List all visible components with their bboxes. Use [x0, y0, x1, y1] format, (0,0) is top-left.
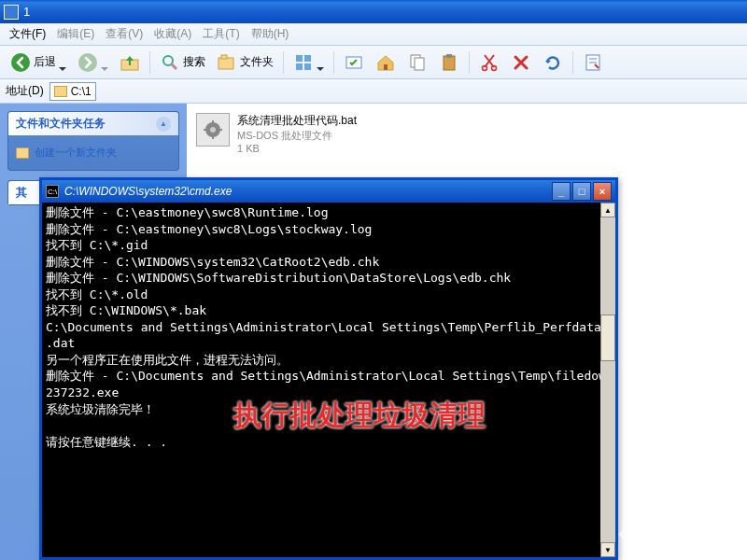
properties-button[interactable] — [578, 49, 608, 76]
file-item[interactable]: 系统清理批处理代码.bat MS-DOS 批处理文件 1 KB — [196, 113, 738, 154]
svg-point-18 — [492, 65, 497, 70]
tasks-panel-header[interactable]: 文件和文件夹任务 ▲ — [8, 112, 178, 135]
chevron-down-icon — [317, 61, 324, 64]
svg-rect-6 — [221, 55, 227, 59]
cmd-window: C:\ C:\WINDOWS\system32\cmd.exe _ □ × 删除… — [39, 177, 618, 560]
views-button[interactable] — [289, 49, 329, 76]
undo-button[interactable] — [538, 49, 568, 76]
svg-rect-14 — [415, 58, 424, 70]
gear-icon — [204, 120, 222, 139]
svg-rect-5 — [218, 58, 233, 69]
undo-icon — [543, 52, 563, 73]
menu-tools[interactable]: 工具(T) — [197, 23, 245, 45]
menu-favorites[interactable]: 收藏(A) — [148, 23, 197, 45]
copy-button[interactable] — [402, 49, 432, 76]
separator — [333, 51, 334, 74]
cmd-icon: C:\ — [46, 185, 59, 198]
menu-edit[interactable]: 编辑(E) — [51, 23, 100, 45]
back-button[interactable]: 后退 — [6, 49, 71, 76]
explorer-titlebar: 1 — [0, 0, 747, 23]
svg-rect-9 — [296, 63, 303, 70]
chevron-down-icon — [101, 61, 108, 64]
task-label: 创建一个新文件夹 — [35, 146, 117, 160]
back-icon — [10, 52, 31, 73]
tasks-title: 文件和文件夹任务 — [16, 116, 106, 132]
scroll-up-icon[interactable]: ▲ — [600, 203, 615, 217]
up-folder-icon — [120, 52, 140, 73]
close-button[interactable]: × — [593, 182, 612, 201]
delete-button[interactable] — [506, 49, 536, 76]
svg-rect-12 — [384, 64, 388, 70]
task-new-folder[interactable]: 创建一个新文件夹 — [16, 143, 171, 162]
svg-point-1 — [78, 53, 97, 72]
file-thumbnail — [196, 113, 230, 147]
paste-icon — [439, 52, 459, 73]
menu-view[interactable]: 查看(V) — [100, 23, 148, 45]
address-label: 地址(D) — [6, 83, 44, 99]
scroll-track[interactable] — [600, 217, 615, 542]
svg-line-4 — [172, 64, 176, 69]
chevron-up-icon: ▲ — [156, 117, 171, 132]
svg-point-17 — [483, 65, 487, 70]
file-type: MS-DOS 批处理文件 — [237, 129, 357, 143]
tasks-panel: 文件和文件夹任务 ▲ 创建一个新文件夹 — [7, 111, 179, 171]
cmd-scrollbar[interactable]: ▲ ▼ — [600, 203, 615, 557]
address-input[interactable]: C:\1 — [49, 82, 96, 101]
sync-icon — [344, 52, 364, 73]
toolbar: 后退 搜索 文件夹 — [0, 46, 747, 79]
folders-button[interactable]: 文件夹 — [212, 49, 278, 76]
svg-rect-16 — [446, 54, 452, 58]
scroll-thumb[interactable] — [600, 315, 615, 361]
separator — [572, 51, 573, 74]
svg-rect-8 — [304, 55, 311, 62]
home-icon — [375, 52, 396, 73]
folders-icon — [217, 52, 237, 73]
cmd-titlebar[interactable]: C:\ C:\WINDOWS\system32\cmd.exe _ □ × — [42, 180, 615, 203]
search-button[interactable]: 搜索 — [155, 49, 210, 76]
svg-rect-15 — [444, 56, 455, 70]
back-label: 后退 — [34, 54, 56, 70]
delete-icon — [511, 52, 531, 73]
forward-icon — [78, 52, 98, 73]
cut-icon — [479, 52, 500, 73]
svg-rect-27 — [218, 129, 222, 131]
file-name: 系统清理批处理代码.bat — [237, 113, 357, 129]
address-bar: 地址(D) C:\1 — [0, 79, 747, 104]
svg-rect-7 — [296, 55, 303, 62]
svg-rect-26 — [204, 129, 207, 131]
address-path: C:\1 — [71, 85, 92, 98]
sync-button[interactable] — [339, 49, 369, 76]
menu-help[interactable]: 帮助(H) — [246, 23, 295, 45]
paste-button[interactable] — [434, 49, 464, 76]
home-button[interactable] — [371, 49, 401, 76]
svg-rect-24 — [212, 120, 214, 124]
separator — [283, 51, 284, 74]
folder-icon — [54, 86, 67, 97]
up-button[interactable] — [115, 49, 145, 76]
menu-bar: 文件(F) 编辑(E) 查看(V) 收藏(A) 工具(T) 帮助(H) — [0, 23, 747, 46]
separator — [469, 51, 470, 74]
separator — [149, 51, 150, 74]
folders-label: 文件夹 — [240, 54, 274, 70]
svg-point-0 — [11, 53, 30, 72]
search-icon — [160, 52, 180, 73]
new-folder-icon — [16, 147, 29, 159]
file-size: 1 KB — [237, 143, 357, 154]
copy-icon — [407, 52, 428, 73]
scroll-down-icon[interactable]: ▼ — [600, 542, 615, 557]
window-title: 1 — [23, 5, 30, 19]
cmd-title: C:\WINDOWS\system32\cmd.exe — [64, 185, 232, 198]
cut-button[interactable] — [474, 49, 504, 76]
cmd-output: 删除文件 - C:\eastmoney\swc8\Runtime.log 删除文… — [42, 203, 600, 557]
minimize-button[interactable]: _ — [552, 182, 571, 201]
maximize-button[interactable]: □ — [572, 182, 591, 201]
chevron-down-icon — [59, 61, 66, 64]
menu-file[interactable]: 文件(F) — [4, 23, 51, 45]
svg-point-3 — [163, 56, 173, 65]
svg-point-23 — [210, 127, 216, 133]
svg-rect-10 — [304, 63, 311, 70]
folder-icon — [4, 5, 19, 20]
properties-icon — [583, 52, 603, 73]
forward-button[interactable] — [73, 49, 113, 76]
search-label: 搜索 — [183, 54, 205, 70]
